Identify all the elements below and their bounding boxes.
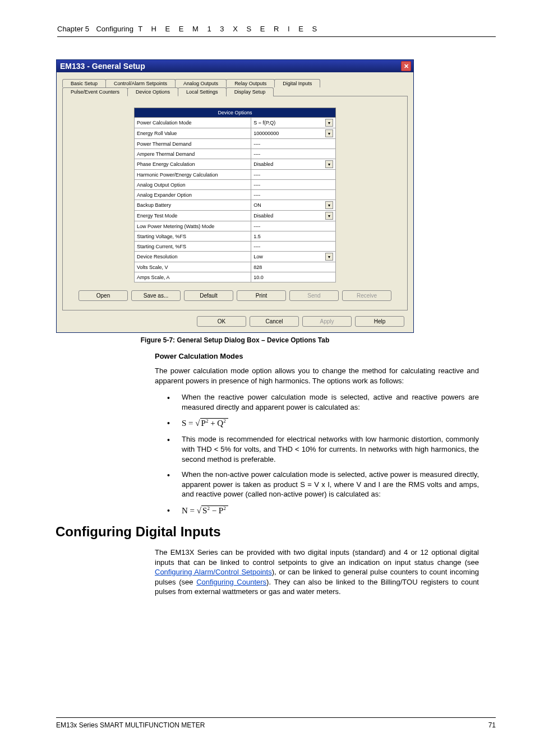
option-label: Analog Output Option	[135, 180, 251, 190]
dialog-box: EM133 - General Setup ✕ Basic SetupContr…	[56, 59, 414, 333]
option-label: Device Resolution	[135, 252, 251, 262]
option-value: ----	[251, 149, 336, 159]
page-footer: EM13x Series SMART MULTIFUNCTION METER 7…	[56, 717, 496, 729]
option-value: ----	[251, 139, 336, 149]
chevron-down-icon[interactable]: ▼	[325, 201, 333, 209]
bullet-icon: •	[167, 392, 182, 412]
bullet-icon: •	[167, 434, 182, 464]
list-item: •N = √S2 − P2	[167, 505, 479, 516]
window-title: EM133 - General Setup	[60, 62, 145, 71]
footer-left: EM13x Series SMART MULTIFUNCTION METER	[56, 721, 205, 729]
section-heading: Configuring Digital Inputs	[56, 524, 496, 540]
tab-display-setup[interactable]: Display Setup	[226, 87, 274, 96]
option-label: Backup Battery	[135, 200, 251, 211]
table-row: Analog Output Option----	[135, 180, 336, 190]
option-label: Starting Current, %FS	[135, 242, 251, 252]
ok-button[interactable]: OK	[197, 316, 246, 327]
footer-right: 71	[488, 721, 496, 729]
bullet-icon: •	[167, 505, 182, 516]
list-item: •S = √P2 + Q2	[167, 418, 479, 429]
option-value: ----	[251, 180, 336, 190]
option-label: Low Power Metering (Watts) Mode	[135, 221, 251, 231]
open-button[interactable]: Open	[79, 290, 128, 301]
list-item-text: When the non-active power calculation mo…	[182, 470, 479, 499]
option-value[interactable]: Disabled▼	[251, 211, 336, 221]
option-label: Power Calculation Mode	[135, 118, 251, 128]
table-row: Backup BatteryON▼	[135, 200, 336, 211]
link-configuring-counters[interactable]: Configuring Counters	[196, 578, 266, 586]
default-button[interactable]: Default	[184, 290, 233, 301]
option-value: ----	[251, 170, 336, 180]
option-label: Energy Roll Value	[135, 128, 251, 139]
close-icon[interactable]: ✕	[401, 61, 411, 71]
table-row: Amps Scale, A10.0	[135, 272, 336, 282]
list-item: •When the reactive power calculation mod…	[167, 392, 479, 412]
option-label: Phase Energy Calculation	[135, 159, 251, 170]
table-header: Device Options	[135, 108, 336, 118]
option-value-text: Disabled	[253, 161, 273, 167]
tab-analog-outputs[interactable]: Analog Outputs	[175, 79, 227, 87]
chevron-down-icon[interactable]: ▼	[325, 212, 333, 220]
table-row: Low Power Metering (Watts) Mode----	[135, 221, 336, 231]
list-item-text: When the reactive power calculation mode…	[182, 392, 479, 412]
button-row-2: OKCancelApplyHelp	[61, 316, 409, 327]
chevron-down-icon[interactable]: ▼	[325, 253, 333, 261]
formula: S = √P2 + Q2	[182, 418, 479, 429]
option-label: Amps Scale, A	[135, 272, 251, 282]
tab-relay-outputs[interactable]: Relay Outputs	[226, 79, 275, 87]
print-button[interactable]: Print	[237, 290, 286, 301]
option-label: Power Thermal Demand	[135, 139, 251, 149]
option-label: Starting Voltage, %FS	[135, 231, 251, 242]
option-label: Volts Scale, V	[135, 262, 251, 272]
tabs-row-1: Basic SetupControl/Alarm SetpointsAnalog…	[62, 79, 408, 87]
tabs-container: Basic SetupControl/Alarm SetpointsAnalog…	[61, 77, 409, 312]
table-row: Energy Roll Value100000000▼	[135, 128, 336, 139]
chapter-verb: Configuring	[96, 25, 133, 33]
option-value-text: 100000000	[253, 131, 279, 136]
option-label: Harmonic Power/Energy Calculation	[135, 170, 251, 180]
tab-pulse-event-counters[interactable]: Pulse/Event Counters	[62, 87, 128, 96]
option-label: Analog Expander Option	[135, 190, 251, 200]
tab-local-settings[interactable]: Local Settings	[178, 87, 227, 96]
titlebar[interactable]: EM133 - General Setup ✕	[57, 60, 413, 72]
cancel-button[interactable]: Cancel	[250, 316, 299, 327]
table-row: Volts Scale, V828	[135, 262, 336, 272]
chevron-down-icon[interactable]: ▼	[325, 119, 333, 127]
option-value: 1.5	[251, 231, 336, 242]
divider	[57, 36, 496, 37]
option-value: ----	[251, 242, 336, 252]
chevron-down-icon[interactable]: ▼	[325, 160, 333, 168]
option-label: Energy Test Mode	[135, 211, 251, 221]
option-value-text: ON	[253, 202, 261, 208]
tab-digital-inputs[interactable]: Digital Inputs	[274, 79, 320, 87]
help-button[interactable]: Help	[355, 316, 404, 327]
save-as--button[interactable]: Save as...	[131, 290, 181, 301]
chevron-down-icon[interactable]: ▼	[325, 129, 333, 137]
option-value-text: Disabled	[253, 213, 273, 219]
option-value: 10.0	[251, 272, 336, 282]
option-label: Ampere Thermal Demand	[135, 149, 251, 159]
option-value[interactable]: ON▼	[251, 200, 336, 211]
option-value[interactable]: 100000000▼	[251, 128, 336, 139]
table-row: Phase Energy CalculationDisabled▼	[135, 159, 336, 170]
digital-inputs-paragraph: The EM13X Series can be provided with tw…	[155, 548, 479, 597]
para-text-a: The EM13X Series can be provided with tw…	[155, 548, 479, 567]
list-item-text: This mode is recommended for electrical …	[182, 434, 479, 464]
tab-device-options[interactable]: Device Options	[127, 87, 178, 96]
table-row: Starting Voltage, %FS1.5	[135, 231, 336, 242]
option-value[interactable]: S = f(P,Q)▼	[251, 118, 336, 128]
option-value: ----	[251, 190, 336, 200]
button-row-1: OpenSave as...DefaultPrintSendReceive	[68, 290, 402, 301]
tab-basic-setup[interactable]: Basic Setup	[62, 79, 106, 87]
option-value[interactable]: Disabled▼	[251, 159, 336, 170]
figure-caption: Figure 5-7: General Setup Dialog Box – D…	[56, 336, 414, 344]
tab-panel-device-options: Device Options Power Calculation ModeS =…	[62, 96, 408, 310]
option-value-text: S = f(P,Q)	[253, 120, 275, 126]
table-row: Ampere Thermal Demand----	[135, 149, 336, 159]
list-item: •When the non-active power calculation m…	[167, 470, 479, 499]
tab-control-alarm-setpoints[interactable]: Control/Alarm Setpoints	[105, 79, 176, 87]
link-configuring-setpoints[interactable]: Configuring Alarm/Control Setpoints	[155, 568, 272, 576]
option-value[interactable]: Low▼	[251, 252, 336, 262]
table-row: Harmonic Power/Energy Calculation----	[135, 170, 336, 180]
chapter-number: Chapter 5	[57, 25, 89, 33]
